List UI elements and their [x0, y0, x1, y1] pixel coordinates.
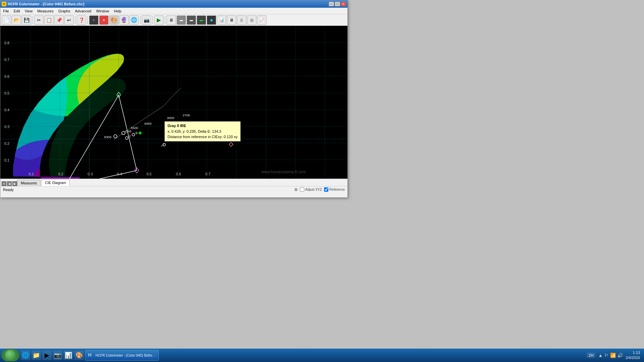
color-button-4[interactable]: 🔮 — [119, 15, 129, 25]
monitor-btn-8[interactable]: ▓ — [237, 15, 246, 25]
system-clock[interactable]: 1:13 2/4/2010 — [626, 350, 640, 361]
menu-window[interactable]: Window — [94, 8, 111, 14]
toolbar: 📄 📂 💾 ✂ 📋 📌 ↩ ❓ ● ● 🎨 🔮 🌐 📷 ▶ — [0, 14, 347, 26]
open-button[interactable]: 📂 — [12, 15, 21, 25]
start-button[interactable] — [1, 349, 19, 361]
adjust-xyz-checkbox[interactable] — [300, 187, 304, 192]
taskbar-app-icon: H — [88, 352, 94, 358]
monitor-btn-5[interactable]: ◉ — [207, 15, 216, 25]
reference-text: Reference — [329, 188, 345, 191]
svg-text:D65: D65 — [125, 129, 132, 133]
tab-back-button[interactable]: ✕ — [2, 181, 6, 186]
new-button[interactable]: 📄 — [2, 15, 11, 25]
help-button[interactable]: ❓ — [77, 15, 86, 25]
tray-volume-icon[interactable]: 🔊 — [617, 353, 623, 358]
menu-graphs[interactable]: Graphs — [56, 8, 72, 14]
monitor-btn-3[interactable]: ▬ — [187, 15, 196, 25]
monitor-btn-2[interactable]: ▬ — [177, 15, 186, 25]
title-bar: H HCFR Colorimeter - [Color 0401 Before.… — [0, 0, 347, 8]
quicklaunch-palette[interactable]: 🎨 — [74, 351, 84, 360]
menu-bar: File Edit View Measures Graphs Advanced … — [0, 8, 347, 14]
toolbar-separator-5 — [152, 16, 153, 24]
quicklaunch-ie[interactable]: 🌐 — [21, 351, 30, 360]
svg-text:4000: 4000 — [144, 122, 152, 125]
tooltip-line1: x: 0.428, y: 0.295, Delta E: 134.3 — [168, 129, 221, 133]
tooltip-title: Gray 0 IRE — [168, 124, 186, 128]
reference-label[interactable]: Reference — [324, 187, 345, 192]
monitor-btn-6[interactable]: 📊 — [217, 15, 226, 25]
tab-bar: ✕ ◀ ▶ Measures CIE Diagram — [0, 179, 347, 186]
monitor-btn-7[interactable]: 🖥 — [227, 15, 236, 25]
save-button[interactable]: 💾 — [22, 15, 31, 25]
color-button-3[interactable]: 🎨 — [109, 15, 119, 25]
menu-advanced[interactable]: Advanced — [73, 8, 93, 14]
maximize-button[interactable]: □ — [335, 2, 340, 6]
tab-cie-diagram[interactable]: CIE Diagram — [41, 179, 70, 186]
monitor-btn-4[interactable]: ▬ — [197, 15, 206, 25]
undo-button[interactable]: ↩ — [64, 15, 74, 25]
app-icon: H — [2, 2, 6, 6]
color-button-5[interactable]: 🌐 — [129, 15, 139, 25]
svg-text:www.homecinema-fr.com: www.homecinema-fr.com — [261, 170, 306, 174]
language-indicator[interactable]: ZH — [587, 353, 596, 358]
adjust-xyz-label[interactable]: Adjust XYZ — [300, 187, 322, 192]
quicklaunch-photo[interactable]: 📷 — [53, 351, 62, 360]
svg-text:0.7: 0.7 — [4, 58, 9, 62]
tray-network-icon[interactable]: 📶 — [610, 353, 616, 358]
toolbar-separator-2 — [75, 16, 75, 24]
svg-text:0.1: 0.1 — [29, 172, 34, 176]
svg-text:3000: 3000 — [167, 116, 175, 120]
svg-text:0.2: 0.2 — [58, 172, 63, 176]
svg-point-61 — [139, 132, 141, 134]
svg-text:C: C — [129, 134, 131, 138]
close-button[interactable]: ✕ — [341, 2, 346, 6]
tab-next-button[interactable]: ▶ — [12, 181, 17, 186]
quicklaunch-media[interactable]: ▶ — [42, 351, 52, 360]
quicklaunch-folder[interactable]: 📁 — [31, 351, 41, 360]
tray-arrow-icon[interactable]: ▲ — [598, 353, 603, 358]
chart-area: 0.8 0.7 0.6 0.5 0.4 0.3 0.2 0.1 0.1 0.2 … — [0, 26, 347, 179]
system-tray: ZH ▲ 🏳 📶 🔊 1:13 2/4/2010 — [584, 350, 643, 361]
color-button-1[interactable]: ● — [89, 15, 99, 25]
svg-text:0.4: 0.4 — [4, 108, 9, 112]
svg-text:9300: 9300 — [104, 135, 112, 139]
tab-prev-button[interactable]: ◀ — [7, 181, 12, 186]
monitor-btn-9[interactable]: ▦ — [247, 15, 256, 25]
minimize-button[interactable]: ─ — [329, 2, 334, 6]
svg-text:2700: 2700 — [183, 113, 190, 117]
menu-measures[interactable]: Measures — [35, 8, 55, 14]
adjust-xyz-text: Adjust XYZ — [305, 188, 322, 191]
taskbar-window-button[interactable]: H HCFR Colorimeter - [Color 0401 Before.… — [85, 350, 159, 361]
menu-edit[interactable]: Edit — [12, 8, 22, 14]
monitor-btn-1[interactable]: 🖥 — [167, 15, 176, 25]
tab-navigation: ✕ ◀ ▶ — [2, 181, 17, 186]
svg-text:0.5: 0.5 — [146, 172, 151, 176]
toolbar-separator-6 — [165, 16, 165, 24]
svg-text:0.5: 0.5 — [4, 91, 9, 95]
quicklaunch-chart[interactable]: 📊 — [64, 351, 73, 360]
paste-button[interactable]: 📌 — [54, 15, 64, 25]
reference-checkbox[interactable] — [324, 187, 328, 192]
cut-button[interactable]: ✂ — [34, 15, 44, 25]
status-bar: Ready ⚙ Adjust XYZ Reference — [0, 186, 347, 193]
tray-flag-icon[interactable]: 🏳 — [604, 353, 609, 358]
svg-text:5500: 5500 — [131, 126, 138, 130]
main-window: H HCFR Colorimeter - [Color 0401 Before.… — [0, 0, 348, 198]
monitor-btn-10[interactable]: 📈 — [257, 15, 266, 25]
data-tooltip: Gray 0 IRE x: 0.428, y: 0.295, Delta E: … — [165, 121, 241, 141]
start-orb-icon — [4, 349, 16, 361]
capture-button[interactable]: 📷 — [142, 15, 151, 25]
play-button[interactable]: ▶ — [154, 15, 164, 25]
svg-text:0.6: 0.6 — [176, 172, 181, 176]
taskbar: 🌐 📁 ▶ 📷 📊 🎨 H HCFR Colorimeter - [Color … — [0, 349, 644, 362]
menu-help[interactable]: Help — [112, 8, 124, 14]
menu-view[interactable]: View — [23, 8, 35, 14]
color-button-2[interactable]: ● — [99, 15, 109, 25]
window-title: HCFR Colorimeter - [Color 0401 Before.ch… — [8, 2, 84, 6]
menu-file[interactable]: File — [1, 8, 11, 14]
tooltip-line2: Distance from reference in CIExy: 0.120 … — [168, 135, 238, 139]
svg-text:0.2: 0.2 — [4, 141, 9, 145]
copy-button[interactable]: 📋 — [44, 15, 54, 25]
tab-measures[interactable]: Measures — [17, 180, 41, 186]
toolbar-separator-4 — [140, 16, 140, 24]
